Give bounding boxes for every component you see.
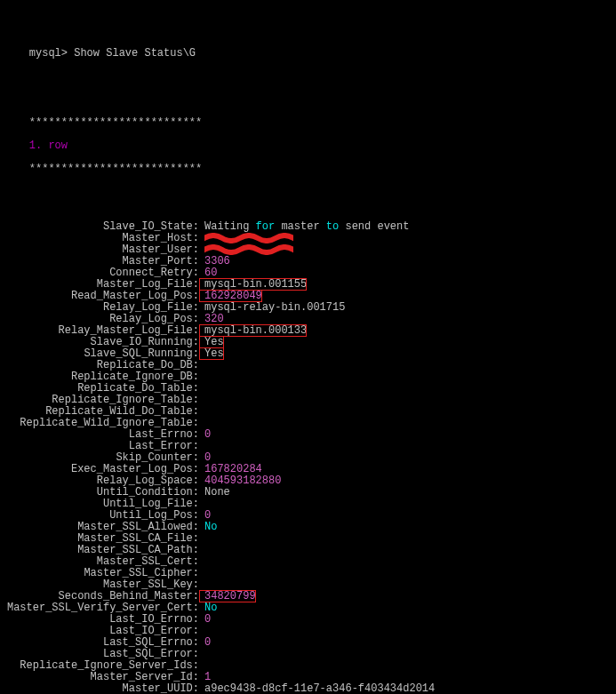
status-line-connect_retry: Connect_Retry:60 (4, 267, 612, 279)
status-value: 34820799 (199, 590, 256, 602)
row-sep-left: *************************** (29, 116, 202, 129)
status-value (199, 359, 204, 371)
status-value (199, 544, 204, 556)
status-value: 0 (199, 613, 211, 626)
status-line-last_io_error: Last_IO_Error: (4, 626, 612, 637)
status-value: 320 (199, 313, 224, 325)
status-line-master_uuid: Master_UUID:a9ec9438-d8cf-11e7-a346-f403… (4, 683, 612, 694)
value-fragment: 60 (204, 267, 217, 279)
status-line-replicate_wild_ignore_table: Replicate_Wild_Ignore_Table: (4, 418, 612, 429)
status-value: Yes (199, 347, 224, 360)
status-label: Master_UUID: (4, 683, 199, 694)
status-value (199, 417, 204, 429)
status-line-master_user: Master_User: (4, 244, 612, 256)
value-fragment: 320 (204, 313, 224, 325)
status-value: 0 (199, 636, 211, 649)
status-line-master_port: Master_Port:3306 (4, 256, 612, 267)
status-value: mysql-bin.001155 (199, 278, 307, 291)
value-fragment: mysql-bin.000133 (204, 324, 307, 337)
value-fragment: for (256, 220, 276, 233)
status-value: No (199, 521, 217, 533)
status-value (199, 371, 204, 383)
value-fragment: 3306 (204, 255, 230, 267)
status-value (199, 648, 204, 660)
status-value (199, 232, 293, 244)
prompt-text: mysql> Show Slave Status\G (29, 47, 196, 60)
status-value (199, 659, 204, 672)
row-number: 1. row (29, 140, 68, 152)
status-value: No (199, 602, 217, 614)
value-fragment: Yes (204, 336, 224, 348)
status-value (199, 440, 204, 452)
status-value: Waiting for master to send event (199, 220, 409, 233)
status-value (199, 555, 204, 568)
value-fragment: No (204, 521, 217, 533)
status-value (199, 532, 204, 545)
status-label: Master_Host: (4, 233, 199, 244)
status-lines: Slave_IO_State:Waiting for master to sen… (4, 221, 612, 694)
status-value: mysql-bin.000133 (199, 324, 307, 337)
prompt-line: mysql> Show Slave Status\G (4, 36, 612, 71)
status-line-slave_sql_running: Slave_SQL_Running:Yes (4, 348, 612, 360)
status-value: a9ec9438-d8cf-11e7-a346-f403434d2014 (199, 682, 435, 694)
value-fragment: Waiting (204, 220, 256, 233)
status-value: 1 (199, 671, 211, 683)
row-sep-right: *************************** (29, 163, 202, 175)
status-line-master_ssl_verify_server_cert: Master_SSL_Verify_Server_Cert:No (4, 602, 612, 614)
status-value (199, 498, 204, 510)
redacted-scribble-icon (204, 244, 293, 255)
status-value: 0 (199, 428, 211, 441)
value-fragment: master (275, 220, 326, 233)
value-fragment: Yes (204, 347, 224, 360)
value-fragment: 1 (204, 671, 211, 683)
value-fragment: to (326, 220, 339, 233)
value-fragment: 0 (204, 636, 211, 649)
status-line-last_errno: Last_Errno:0 (4, 429, 612, 441)
value-fragment: a9ec9438-d8cf-11e7-a346-f403434d2014 (204, 682, 435, 694)
status-value (199, 405, 204, 418)
terminal-output: mysql> Show Slave Status\G *************… (0, 0, 616, 694)
status-line-master_host: Master_Host: (4, 233, 612, 244)
status-value: 0 (199, 451, 211, 464)
status-value: 167820284 (199, 463, 262, 475)
status-value (199, 625, 204, 637)
row-separator: *************************** 1. row *****… (4, 106, 612, 187)
status-line-relay_log_file: Relay_Log_File:mysql-relay-bin.001715 (4, 302, 612, 314)
value-fragment: None (204, 486, 230, 499)
value-fragment: 0 (204, 509, 211, 522)
status-value (199, 394, 204, 406)
value-fragment: 162928049 (204, 290, 262, 302)
status-line-exec_master_log_pos: Exec_Master_Log_Pos:167820284 (4, 464, 612, 475)
value-fragment: 404593182880 (204, 475, 281, 487)
redacted-scribble-icon (204, 233, 293, 243)
status-value (199, 243, 293, 256)
value-fragment: 34820799 (204, 590, 256, 602)
status-value (199, 578, 204, 591)
status-value: 3306 (199, 255, 230, 267)
status-value: 0 (199, 509, 211, 522)
value-fragment: send event (339, 220, 409, 233)
status-value (199, 567, 204, 579)
status-line-until_log_file: Until_Log_File: (4, 499, 612, 510)
value-fragment: 0 (204, 428, 211, 441)
status-value (199, 382, 204, 395)
status-value: 162928049 (199, 290, 262, 302)
value-fragment: mysql-relay-bin.001715 (204, 301, 345, 314)
status-label: Slave_IO_State: (4, 221, 199, 233)
status-line-slave_io_state: Slave_IO_State:Waiting for master to sen… (4, 221, 612, 233)
status-line-last_error: Last_Error: (4, 441, 612, 452)
status-value: Yes (199, 336, 224, 348)
value-fragment: 167820284 (204, 463, 262, 475)
value-fragment: 0 (204, 613, 211, 626)
status-value: 404593182880 (199, 475, 281, 487)
status-value: mysql-relay-bin.001715 (199, 301, 345, 314)
value-fragment: No (204, 602, 217, 614)
status-line-master_ssl_ca_path: Master_SSL_CA_Path: (4, 545, 612, 556)
status-line-until_condition: Until_Condition:None (4, 487, 612, 499)
status-line-last_sql_errno: Last_SQL_Errno:0 (4, 637, 612, 649)
status-value: None (199, 486, 230, 499)
value-fragment: 0 (204, 451, 211, 464)
status-line-master_ssl_cipher: Master_SSL_Cipher: (4, 568, 612, 579)
value-fragment: mysql-bin.001155 (204, 278, 307, 291)
status-line-relay_log_space: Relay_Log_Space:404593182880 (4, 475, 612, 487)
